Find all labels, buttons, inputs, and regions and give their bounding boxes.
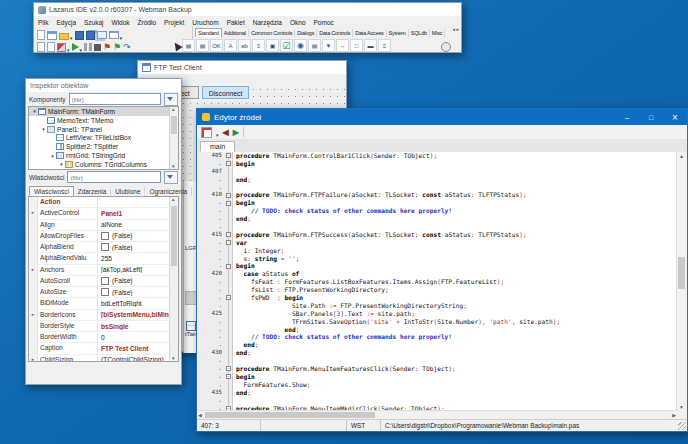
property-row[interactable]: AlphaBlend(False)	[29, 242, 178, 253]
code-line[interactable]: .var	[197, 239, 677, 247]
palette-tab[interactable]: SQLdb	[409, 29, 430, 37]
checkbox-icon[interactable]	[101, 288, 109, 296]
inspector-tab[interactable]: Zdarzenia	[74, 187, 111, 196]
change-build-mode-button-dropdown[interactable]	[67, 38, 70, 56]
gutter-line-number[interactable]: .	[197, 247, 225, 255]
gutter-line-number[interactable]: .	[197, 215, 225, 223]
code-line[interactable]: 405procedure TMainForm.ControlBar1Click(…	[197, 152, 677, 160]
code-line[interactable]: .procedure TMainForm.MenuItemFeaturesCli…	[197, 365, 677, 373]
tree-item[interactable]: ▾Columns: TGridColumns	[29, 160, 178, 169]
property-grid-scrollbar[interactable]	[169, 197, 178, 361]
property-row[interactable]: ▸ActiveControlPanel1	[29, 208, 178, 219]
tmainmenu-component-icon[interactable]: ▤	[182, 39, 195, 52]
code-line[interactable]: . end;	[197, 326, 677, 334]
property-row[interactable]: BiDiModebdLeftToRight	[29, 298, 178, 309]
code-line[interactable]: . fsFeat : FormFeatures.ListBoxFeatures.…	[197, 278, 677, 286]
fold-icon[interactable]	[226, 366, 231, 371]
property-row[interactable]: AllowDropFiles(False)	[29, 231, 178, 242]
property-grid-scrollbar-thumb[interactable]	[171, 206, 177, 266]
tree-item[interactable]: MemoText: TMemo	[29, 116, 178, 125]
gutter-line-number[interactable]: .	[197, 333, 225, 341]
gutter-line-number[interactable]: .	[197, 365, 225, 373]
property-expander-icon[interactable]: ▸	[29, 265, 38, 275]
property-value[interactable]: 0	[98, 334, 178, 341]
property-expander-icon[interactable]: ▸	[29, 208, 38, 218]
tree-item[interactable]: ▾MainForm: TMainForm	[29, 107, 178, 116]
code-line[interactable]: . end;	[197, 341, 677, 349]
gutter-line-number[interactable]: .	[197, 176, 225, 184]
gutter-line-number[interactable]: .	[197, 207, 225, 215]
run-button[interactable]	[72, 38, 83, 56]
pause-button[interactable]	[84, 43, 92, 51]
property-row[interactable]: AutoSize(False)	[29, 287, 178, 298]
toggle-form-unit-button[interactable]	[97, 31, 107, 39]
property-value[interactable]: [akTop,akLeft]	[98, 266, 178, 273]
tcheckbox-component-icon[interactable]: ☑	[280, 39, 293, 52]
code-line[interactable]: .end;	[197, 176, 677, 184]
code-line[interactable]: .end;	[197, 215, 677, 223]
property-row[interactable]: ▸Anchors[akTop,akLeft]	[29, 265, 178, 276]
stop-button[interactable]	[94, 44, 101, 51]
code-line[interactable]: . // TODO: check status of other command…	[197, 333, 677, 341]
tree-expander-icon[interactable]: ▾	[49, 153, 56, 159]
property-row[interactable]: Action	[29, 197, 178, 208]
step-over-button[interactable]: ⚑	[113, 43, 121, 52]
tree-scrollbar-thumb[interactable]	[171, 116, 177, 134]
palette-options-button[interactable]	[441, 42, 451, 52]
gutter-line-number[interactable]: .	[197, 357, 225, 365]
property-value[interactable]: Panel1	[98, 210, 178, 217]
tree-item[interactable]: Splitter2: TSplitter	[29, 142, 178, 151]
inspector-tab[interactable]: Ulubione	[111, 187, 145, 196]
code-line[interactable]: 425 SBar.Panels[3].Text := site.path;	[197, 310, 677, 318]
inspector-tab[interactable]: Właściwości	[29, 186, 74, 196]
gutter-line-number[interactable]: .	[197, 223, 225, 231]
inspector-tab[interactable]: Ograniczenia	[145, 187, 192, 196]
menu-item[interactable]: Edycja	[52, 19, 80, 26]
minimize-button[interactable]	[615, 109, 639, 125]
property-row[interactable]: ▸BorderIcons[biSystemMenu,biMinimize,biM…	[29, 310, 178, 321]
vertical-scrollbar-thumb[interactable]	[678, 257, 685, 289]
back-button[interactable]: ◀	[223, 128, 229, 137]
palette-tab[interactable]: Dialogs	[295, 29, 317, 37]
gutter-line-number[interactable]: .	[197, 397, 225, 405]
gutter-line-number[interactable]: .	[197, 255, 225, 263]
code-line[interactable]: . i: Integer;	[197, 247, 677, 255]
gutter-line-number[interactable]: .	[197, 373, 225, 381]
code-line[interactable]: . FormFeatures.Show;	[197, 381, 677, 389]
code-line[interactable]: .	[197, 357, 677, 365]
property-row[interactable]: CaptionFTP Test Client	[29, 343, 178, 354]
palette-tab[interactable]: Misc	[430, 29, 446, 37]
property-value[interactable]: [biSystemMenu,biMinimize,biMaximiz	[98, 311, 178, 318]
gutter-line-number[interactable]: 410	[197, 191, 225, 199]
vertical-scrollbar[interactable]	[676, 152, 687, 411]
inspector-titlebar[interactable]: Inspektor obiektów	[26, 79, 181, 92]
gutter-line-number[interactable]: .	[197, 326, 225, 334]
tradiobutton-component-icon[interactable]: ◉	[294, 39, 307, 52]
property-expander-icon[interactable]: ▸	[29, 355, 38, 362]
tcombobox-component-icon[interactable]: ▼	[322, 39, 335, 52]
horizontal-scrollbar-thumb[interactable]	[205, 412, 375, 418]
property-row[interactable]: AlignalNone	[29, 220, 178, 231]
editor-tab-main[interactable]: main	[200, 141, 235, 152]
view-forms-button[interactable]	[47, 42, 55, 52]
fold-icon[interactable]	[226, 295, 231, 300]
run-button-dropdown[interactable]	[80, 38, 83, 56]
properties-filter-input[interactable]	[67, 171, 161, 183]
ftp-titlebar[interactable]: FTP Test Client	[138, 61, 346, 74]
property-value[interactable]: bsSingle	[98, 323, 178, 330]
gutter-line-number[interactable]: 425	[197, 310, 225, 318]
tbutton-component-icon[interactable]: OK	[210, 39, 223, 52]
tedit-component-icon[interactable]: ab	[238, 39, 251, 52]
gutter-line-number[interactable]: 420	[197, 270, 225, 278]
checkbox-icon[interactable]	[101, 277, 109, 285]
code-line[interactable]: .begin	[197, 373, 677, 381]
checkbox-icon[interactable]	[101, 243, 109, 251]
tlabel-component-icon[interactable]: A	[224, 39, 237, 52]
gutter-line-number[interactable]: 435	[197, 389, 225, 397]
fold-icon[interactable]	[226, 201, 231, 206]
tpopupmenu-component-icon[interactable]: ▤	[196, 39, 209, 52]
property-value[interactable]: (False)	[98, 288, 178, 296]
fold-icon[interactable]	[226, 153, 231, 158]
tree-expander-icon[interactable]: ▾	[58, 161, 65, 167]
property-row[interactable]: AutoScroll(False)	[29, 276, 178, 287]
